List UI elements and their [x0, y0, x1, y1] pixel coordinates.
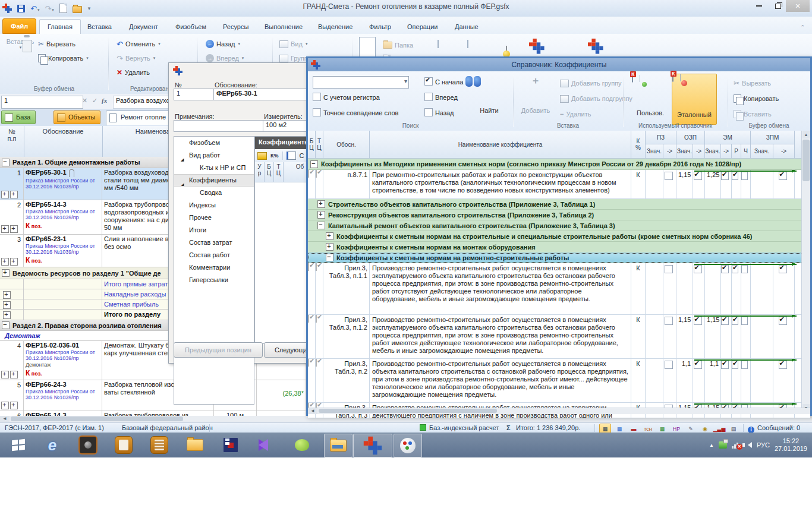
reference-book-icon[interactable]: [287, 152, 296, 160]
zpm-apply-checkbox[interactable]: [779, 265, 787, 273]
tab-file[interactable]: Файл: [2, 18, 36, 34]
expand-icon[interactable]: [2, 269, 10, 277]
scroll-thumb[interactable]: [319, 409, 497, 413]
taskbar-kmplayer-icon[interactable]: [257, 435, 276, 454]
group-row[interactable]: Коэффициенты к сметным нормам на строите…: [308, 231, 810, 242]
qat-menu-icon[interactable]: ▾: [88, 5, 91, 11]
taskbar-paint-app-button[interactable]: [394, 434, 422, 457]
save-icon[interactable]: [17, 5, 25, 12]
nav-physvolume[interactable]: Физобъем: [174, 137, 254, 149]
col-pz-value[interactable]: Знач.: [646, 144, 663, 159]
col-justification[interactable]: Обосн.: [323, 131, 370, 159]
ozp-apply-checkbox[interactable]: [694, 361, 702, 369]
cut-button[interactable]: ✂Вырезать: [38, 38, 75, 50]
nav-work-structure[interactable]: Состав работ: [174, 249, 254, 261]
collapse-icon[interactable]: [2, 159, 10, 166]
new-document-icon[interactable]: [359, 37, 376, 57]
cut-entry-button[interactable]: ✂Вырезать: [734, 77, 771, 89]
r-checkbox[interactable]: [732, 172, 738, 180]
expand-icon[interactable]: [326, 232, 333, 240]
add-button[interactable]: ＋Добавить: [518, 75, 553, 122]
coefficient-row[interactable]: Прил.3, Табл.3, п.1.2 Производство ремон…: [308, 315, 810, 359]
nav-cost-structure[interactable]: Состав затрат: [174, 236, 254, 249]
nav-coefficients[interactable]: ◢Коэффициенты: [174, 174, 254, 187]
expand-icon[interactable]: [1, 225, 9, 233]
expand-icon[interactable]: [1, 258, 9, 266]
forward-checkbox[interactable]: Вперед: [424, 93, 458, 101]
tab-physvolume[interactable]: Физобъем: [168, 20, 214, 34]
minimize-button[interactable]: [750, 0, 768, 12]
col-justification[interactable]: Обоснование: [24, 126, 103, 157]
taskbar-utility-folder-icon[interactable]: [185, 435, 204, 454]
expand-icon[interactable]: [10, 258, 18, 266]
scroll-up-icon[interactable]: ▲: [802, 131, 810, 138]
cancel-entry-icon[interactable]: ✕: [82, 97, 87, 105]
tab-document[interactable]: Документ: [121, 20, 166, 34]
em-apply-checkbox[interactable]: [721, 265, 729, 273]
coefficient-percent-icon[interactable]: К%: [270, 153, 279, 159]
ch-checkbox[interactable]: [741, 317, 748, 325]
panel-col-ur[interactable]: У р: [255, 162, 265, 182]
col-zpm-value[interactable]: Знач.: [751, 144, 773, 159]
view-button[interactable]: Вид▾: [279, 38, 307, 50]
r-checkbox[interactable]: [732, 317, 738, 325]
ch-checkbox[interactable]: [741, 172, 748, 180]
dialog-vscrollbar[interactable]: ▲ ▼: [801, 131, 810, 412]
ch-checkbox[interactable]: [741, 361, 748, 369]
ozp-apply-checkbox[interactable]: [694, 265, 702, 273]
from-start-checkbox[interactable]: С начала: [424, 77, 463, 86]
coefficient-row[interactable]: Прил.3, Табл.3, п.2 Производство ремонтн…: [308, 359, 810, 403]
tab-insert[interactable]: Вставка: [80, 20, 119, 34]
zpm-apply-checkbox[interactable]: [779, 317, 787, 325]
panel-col-bc[interactable]: Б Ц: [265, 162, 274, 182]
group-row[interactable]: Строительство объектов капитального стро…: [308, 199, 810, 210]
nav-hyperlinks[interactable]: Гиперссылки: [174, 274, 254, 286]
em-apply-checkbox[interactable]: [721, 317, 729, 325]
em-apply-checkbox[interactable]: [721, 172, 729, 180]
copy-button[interactable]: Копировать▾: [38, 52, 89, 64]
grand-smeta-icon[interactable]: [529, 39, 545, 54]
r-checkbox[interactable]: [732, 361, 738, 369]
col-zpm[interactable]: ЗПМ: [751, 131, 795, 144]
col-pz[interactable]: ПЗ: [646, 131, 676, 144]
stamp-icon[interactable]: [257, 152, 267, 160]
taskbar-ie-icon[interactable]: e: [43, 435, 62, 454]
nav-worktype[interactable]: ◢Вид работ: [174, 149, 254, 162]
user-catalog-button[interactable]: Пользов.: [632, 75, 669, 124]
pz-apply-checkbox[interactable]: [665, 265, 673, 273]
taskbar-media-app-icon[interactable]: [150, 435, 169, 454]
search-input[interactable]: [313, 76, 409, 89]
paste-entry-button[interactable]: Вставить: [734, 108, 772, 120]
zpm-apply-checkbox[interactable]: [779, 361, 787, 369]
tab-data[interactable]: Данные: [447, 20, 486, 34]
collapse-ribbon-icon[interactable]: ⌃: [800, 24, 805, 30]
group-row[interactable]: Реконструкция объектов капитального стро…: [308, 210, 810, 220]
find-button[interactable]: Найти: [473, 75, 505, 122]
restore-button[interactable]: [768, 0, 786, 12]
coefficient-row[interactable]: п.8.7.1 При ремонтно-строительных работа…: [308, 170, 810, 199]
nav-comments[interactable]: Комментарии: [174, 261, 254, 274]
col-ozp-apply[interactable]: ->: [693, 144, 705, 159]
ch-checkbox[interactable]: [741, 265, 748, 273]
tile-windows-icon[interactable]: [438, 40, 439, 48]
pz-apply-checkbox[interactable]: [665, 317, 673, 325]
tab-main[interactable]: Главная: [39, 19, 81, 34]
expand-icon[interactable]: [10, 402, 18, 409]
col-em-value[interactable]: Знач.: [705, 144, 721, 159]
redo-ribbon-button[interactable]: ↷Вернуть▾: [117, 52, 155, 64]
standard-catalog-button[interactable]: Эталонный: [672, 74, 717, 125]
col-ozp[interactable]: ОЗП: [676, 131, 705, 144]
collapse-icon[interactable]: [2, 321, 10, 329]
backward-checkbox[interactable]: Назад: [424, 108, 454, 116]
folder-button[interactable]: Папка: [383, 39, 413, 51]
dialog-title[interactable]: Справочник: Коэффициенты: [308, 58, 810, 71]
dialog-hscrollbar[interactable]: ◄: [308, 408, 810, 414]
col-em-apply[interactable]: ->: [721, 144, 732, 159]
expand-icon[interactable]: [10, 371, 18, 378]
expand-icon[interactable]: [1, 371, 9, 378]
add-group-button[interactable]: Добавить группу: [560, 77, 622, 89]
nav-totals[interactable]: Итоги: [174, 224, 254, 236]
open-document-icon[interactable]: [73, 6, 82, 13]
group-row-selected[interactable]: Коэффициенты к сметным нормам на ремонтн…: [308, 252, 810, 263]
scroll-left-icon[interactable]: ◄: [0, 416, 10, 422]
